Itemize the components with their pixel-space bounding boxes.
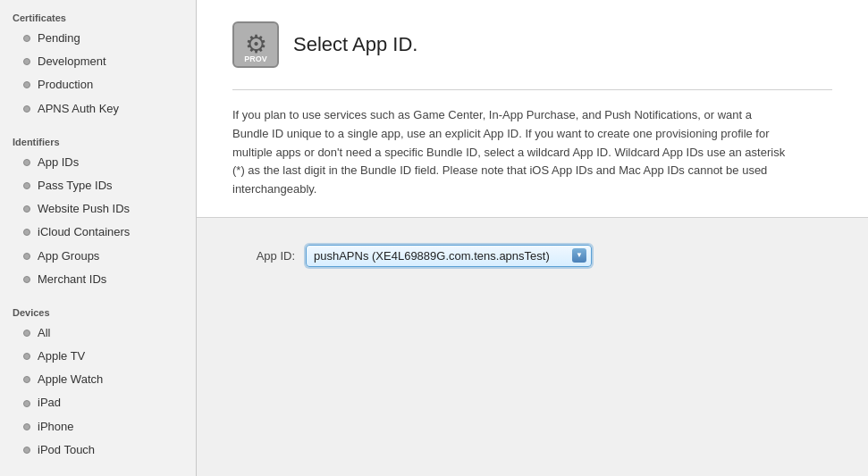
sidebar-item-apple-watch[interactable]: Apple Watch	[0, 368, 196, 391]
devices-section-header: Devices	[0, 298, 196, 322]
sidebar-item-app-ids[interactable]: App IDs	[0, 151, 196, 174]
sidebar-label-apple-tv: Apple TV	[38, 348, 85, 364]
app-id-label: App ID:	[232, 249, 295, 263]
dot-icon	[23, 276, 30, 283]
content-bottom: App ID: pushAPNs (XE4L69889G.com.tens.ap…	[197, 218, 868, 476]
sidebar-label-pass-type-ids: Pass Type IDs	[38, 178, 113, 194]
sidebar-label-app-groups: App Groups	[38, 248, 99, 264]
app-id-form-row: App ID: pushAPNs (XE4L69889G.com.tens.ap…	[232, 245, 832, 267]
header-divider	[232, 89, 832, 90]
dot-icon	[23, 447, 30, 454]
content-top: ⚙ PROV Select App ID. If you plan to use…	[197, 0, 868, 218]
page-title: Select App ID.	[293, 33, 417, 56]
gear-icon: ⚙	[245, 32, 267, 57]
sidebar-label-production: Production	[38, 77, 93, 93]
sidebar-item-app-groups[interactable]: App Groups	[0, 245, 196, 268]
dot-icon	[23, 159, 30, 166]
devices-section-group: Devices All Apple TV Apple Watch iPad iP…	[0, 298, 196, 462]
dot-icon	[23, 423, 30, 430]
sidebar-label-icloud-containers: iCloud Containers	[38, 224, 130, 240]
certificates-section-header: Certificates	[0, 4, 196, 27]
main-content: ⚙ PROV Select App ID. If you plan to use…	[197, 0, 868, 476]
sidebar-item-development[interactable]: Development	[0, 50, 196, 73]
sidebar-item-apple-tv[interactable]: Apple TV	[0, 345, 196, 368]
dot-icon	[23, 81, 30, 88]
prov-label: PROV	[244, 54, 267, 63]
sidebar-item-ipad[interactable]: iPad	[0, 391, 196, 414]
identifiers-section-group: Identifiers App IDs Pass Type IDs Websit…	[0, 128, 196, 291]
sidebar-item-ipod-touch[interactable]: iPod Touch	[0, 438, 196, 462]
dot-icon	[23, 229, 30, 236]
app-id-select[interactable]: pushAPNs (XE4L69889G.com.tens.apnsTest) …	[306, 245, 592, 267]
sidebar-item-apns-auth-key[interactable]: APNS Auth Key	[0, 97, 196, 121]
sidebar-label-website-push-ids: Website Push IDs	[38, 201, 130, 217]
identifiers-section-header: Identifiers	[0, 128, 196, 151]
sidebar-item-pass-type-ids[interactable]: Pass Type IDs	[0, 174, 196, 197]
sidebar-label-merchant-ids: Merchant IDs	[38, 271, 106, 288]
sidebar-item-production[interactable]: Production	[0, 73, 196, 96]
sidebar-item-all[interactable]: All	[0, 322, 196, 345]
dot-icon	[23, 205, 30, 213]
sidebar: Certificates Pending Development Product…	[0, 0, 197, 476]
dot-icon	[23, 105, 30, 113]
sidebar-label-ipod-touch: iPod Touch	[38, 442, 95, 458]
sidebar-label-app-ids: App IDs	[38, 154, 79, 171]
sidebar-label-apns-auth-key: APNS Auth Key	[38, 101, 119, 117]
page-icon: ⚙ PROV	[232, 21, 279, 68]
sidebar-item-merchant-ids[interactable]: Merchant IDs	[0, 268, 196, 291]
dot-icon	[23, 353, 30, 360]
sidebar-item-iphone[interactable]: iPhone	[0, 415, 196, 438]
dot-icon	[23, 400, 30, 407]
certificates-section-group: Certificates Pending Development Product…	[0, 4, 196, 121]
sidebar-label-development: Development	[38, 54, 106, 70]
sidebar-label-apple-watch: Apple Watch	[38, 372, 103, 388]
dot-icon	[23, 58, 30, 65]
page-header: ⚙ PROV Select App ID.	[232, 21, 832, 68]
sidebar-item-icloud-containers[interactable]: iCloud Containers	[0, 221, 196, 244]
app-id-select-wrapper: pushAPNs (XE4L69889G.com.tens.apnsTest) …	[306, 245, 592, 267]
sidebar-label-all: All	[38, 325, 50, 341]
sidebar-item-website-push-ids[interactable]: Website Push IDs	[0, 197, 196, 221]
dot-icon	[23, 376, 30, 383]
sidebar-label-iphone: iPhone	[38, 419, 73, 435]
dot-icon	[23, 182, 30, 189]
dot-icon	[23, 253, 30, 260]
sidebar-label-ipad: iPad	[38, 395, 61, 411]
sidebar-item-pending[interactable]: Pending	[0, 27, 196, 50]
page-description: If you plan to use services such as Game…	[232, 106, 787, 199]
dot-icon	[23, 330, 30, 337]
sidebar-label-pending: Pending	[38, 30, 80, 46]
dot-icon	[23, 35, 30, 42]
